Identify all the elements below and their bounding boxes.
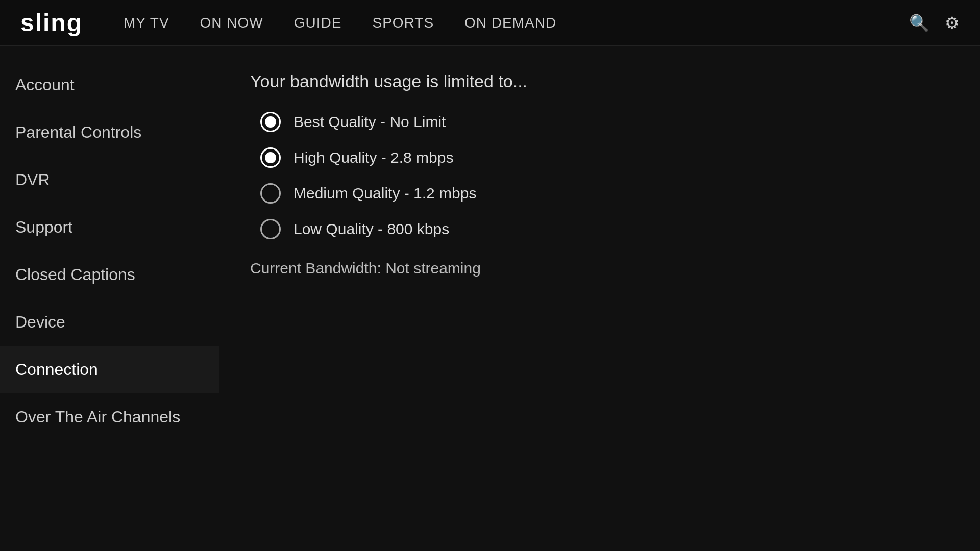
sidebar-item-dvr[interactable]: DVR: [0, 156, 219, 204]
search-icon[interactable]: 🔍: [909, 13, 929, 33]
radio-circle-high-quality: [260, 147, 281, 168]
bandwidth-title: Your bandwidth usage is limited to...: [250, 71, 949, 91]
sidebar-item-support[interactable]: Support: [0, 204, 219, 251]
main-layout: Account Parental Controls DVR Support Cl…: [0, 46, 980, 551]
radio-circle-best-quality: [260, 112, 281, 132]
nav-on-demand[interactable]: ON DEMAND: [464, 15, 556, 31]
main-nav: MY TV ON NOW GUIDE SPORTS ON DEMAND: [124, 15, 909, 31]
nav-guide[interactable]: GUIDE: [294, 15, 342, 31]
radio-label-low-quality: Low Quality - 800 kbps: [293, 220, 449, 238]
nav-my-tv[interactable]: MY TV: [124, 15, 169, 31]
sidebar-item-connection[interactable]: Connection: [0, 346, 219, 393]
current-bandwidth-status: Current Bandwidth: Not streaming: [250, 260, 949, 277]
radio-medium-quality[interactable]: Medium Quality - 1.2 mbps: [260, 183, 949, 204]
content-area: Your bandwidth usage is limited to... Be…: [219, 46, 980, 551]
header-icons: 🔍 ⚙: [909, 13, 960, 33]
sidebar-item-over-the-air[interactable]: Over The Air Channels: [0, 393, 219, 441]
radio-label-best-quality: Best Quality - No Limit: [293, 113, 446, 131]
sidebar-item-closed-captions[interactable]: Closed Captions: [0, 251, 219, 298]
sidebar-item-parental-controls[interactable]: Parental Controls: [0, 109, 219, 156]
radio-circle-low-quality: [260, 219, 281, 239]
nav-on-now[interactable]: ON NOW: [200, 15, 263, 31]
radio-high-quality[interactable]: High Quality - 2.8 mbps: [260, 147, 949, 168]
sidebar: Account Parental Controls DVR Support Cl…: [0, 46, 219, 551]
settings-icon[interactable]: ⚙: [945, 13, 960, 33]
bandwidth-radio-group: Best Quality - No Limit High Quality - 2…: [250, 112, 949, 239]
radio-best-quality[interactable]: Best Quality - No Limit: [260, 112, 949, 132]
radio-label-high-quality: High Quality - 2.8 mbps: [293, 149, 453, 166]
logo[interactable]: sling: [20, 9, 83, 37]
sidebar-item-account[interactable]: Account: [0, 61, 219, 109]
header: sling MY TV ON NOW GUIDE SPORTS ON DEMAN…: [0, 0, 980, 46]
logo-text: sling: [20, 9, 83, 37]
sidebar-item-device[interactable]: Device: [0, 298, 219, 346]
radio-circle-medium-quality: [260, 183, 281, 204]
radio-label-medium-quality: Medium Quality - 1.2 mbps: [293, 185, 476, 202]
nav-sports[interactable]: SPORTS: [372, 15, 434, 31]
radio-low-quality[interactable]: Low Quality - 800 kbps: [260, 219, 949, 239]
